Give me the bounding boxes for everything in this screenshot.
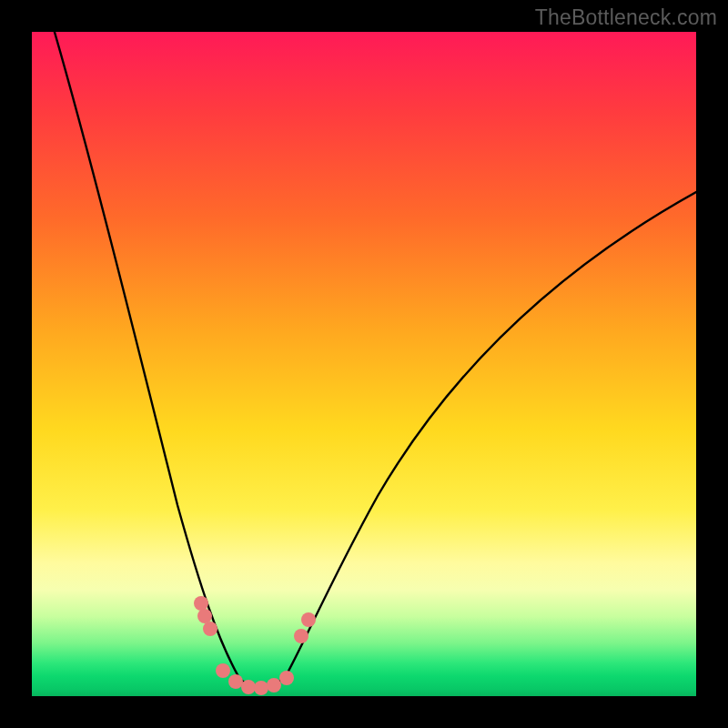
dot-left-1: [194, 596, 208, 611]
dot-cluster: [194, 596, 316, 695]
dot-floor-6: [279, 671, 294, 685]
plot-area: [32, 32, 696, 696]
dot-right-1: [294, 629, 308, 643]
dot-floor-3: [241, 680, 256, 694]
dot-floor-1: [216, 663, 230, 678]
dot-left-3: [203, 622, 217, 636]
chart-frame: TheBottleneck.com: [0, 0, 728, 728]
curve-left-branch: [52, 32, 239, 678]
watermark-text: TheBottleneck.com: [535, 5, 717, 30]
dot-floor-2: [228, 674, 243, 689]
dot-floor-5: [267, 678, 281, 693]
curve-layer: [32, 32, 696, 696]
dot-left-2: [197, 609, 212, 623]
dot-right-2: [301, 612, 316, 627]
dot-floor-4: [254, 681, 268, 695]
curve-right-branch: [285, 191, 696, 678]
